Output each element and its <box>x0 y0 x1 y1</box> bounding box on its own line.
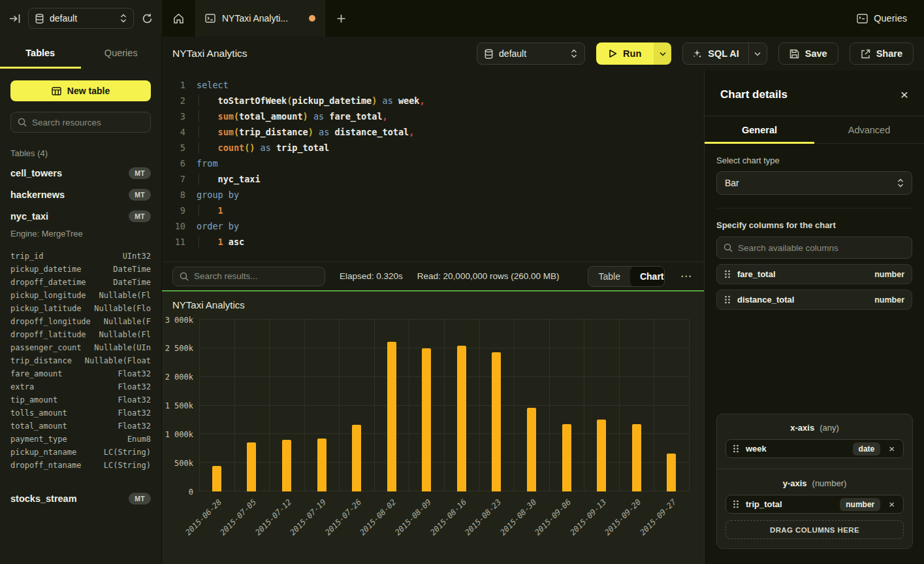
available-columns-list: fare_totalnumberdistance_totalnumber <box>716 264 912 310</box>
tab-nytaxi-analytics[interactable]: NYTaxi Analyti... <box>196 0 325 37</box>
table-view-button[interactable]: Table <box>588 267 629 286</box>
sidebar-tabs: Tables Queries <box>0 37 161 69</box>
database-selector[interactable]: default <box>28 8 134 29</box>
column-row: dropoff_ntanameLC(String) <box>10 459 151 472</box>
sql-token <box>197 142 218 153</box>
save-button[interactable]: Save <box>778 42 838 65</box>
drag-handle-icon[interactable] <box>724 270 731 278</box>
column-name: tip_amount <box>10 393 57 406</box>
divider <box>717 469 912 469</box>
code-text: sum(trip_distance) as distance_total, <box>197 124 414 140</box>
refresh-icon[interactable] <box>142 13 153 24</box>
remove-column-icon[interactable]: × <box>887 499 897 510</box>
x-axis-header: x-axis (any) <box>725 423 904 433</box>
results-toolbar: Elapsed: 0.320s Read: 20,000,000 rows (2… <box>162 261 704 290</box>
sidebar-tab-queries[interactable]: Queries <box>81 37 162 69</box>
line-number: 6 <box>167 156 185 171</box>
sql-token: trip_total <box>276 142 329 153</box>
engine-badge: MT <box>129 493 151 505</box>
new-tab-button[interactable] <box>325 0 357 37</box>
run-options-caret[interactable] <box>654 42 671 65</box>
column-row: total_amountFloat32 <box>10 420 151 433</box>
indent-guide <box>199 126 199 138</box>
columns-search[interactable] <box>716 237 912 259</box>
columns-search-input[interactable] <box>738 243 905 253</box>
line-number: 1 <box>167 77 185 93</box>
collapse-sidebar-icon[interactable] <box>9 13 20 24</box>
queries-icon <box>857 14 868 24</box>
sql-token: toStartOfWeek <box>218 95 287 106</box>
sidebar-search-input[interactable] <box>32 118 144 127</box>
top-bar: default NYTaxi Analyti... <box>0 0 924 37</box>
table-row[interactable]: nyc_taxiMT <box>0 205 161 227</box>
results-search[interactable] <box>172 267 325 286</box>
remove-column-icon[interactable]: × <box>887 443 897 454</box>
sql-token <box>255 142 260 153</box>
y-axis-label: y-axis <box>783 478 807 488</box>
sql-token: group by <box>197 190 239 200</box>
drag-columns-drop-zone[interactable]: DRAG COLUMNS HERE <box>725 520 904 539</box>
drag-handle-icon[interactable] <box>733 444 739 453</box>
x-tick-text: 2015-07-26 <box>323 497 363 537</box>
sidebar-tab-tables[interactable]: Tables <box>0 37 81 69</box>
sql-editor[interactable]: 1select2 toStartOfWeek(pickup_datetime) … <box>162 71 704 261</box>
column-row: trip_distanceNullable(Float <box>10 354 151 367</box>
code-text: 1 <box>197 203 223 218</box>
table-row[interactable]: stocks_streamMT <box>0 488 161 509</box>
indent-guide <box>199 236 199 248</box>
column-row: tip_amountFloat32 <box>10 393 151 406</box>
database-icon <box>35 14 44 24</box>
query-tab-icon <box>205 14 215 23</box>
chart-type-label: Select chart type <box>716 156 912 165</box>
chart-type-select[interactable]: Bar <box>716 171 912 195</box>
tab-advanced[interactable]: Advanced <box>814 116 924 143</box>
sql-token <box>223 237 229 247</box>
drag-handle-icon[interactable] <box>724 295 731 304</box>
table-row[interactable]: hackernewsMT <box>0 184 161 205</box>
axis-column-chip[interactable]: trip_totalnumber× <box>725 495 904 514</box>
header-database-selector[interactable]: default <box>477 42 585 65</box>
sidebar-search[interactable] <box>10 112 151 133</box>
run-button[interactable]: Run <box>596 42 671 65</box>
sql-ai-caret[interactable] <box>748 43 767 64</box>
chart-view-button[interactable]: Chart <box>630 267 665 286</box>
sql-console-window: default NYTaxi Analyti... <box>0 0 924 564</box>
available-column-row[interactable]: distance_totalnumber <box>716 290 912 310</box>
sql-token: () <box>244 142 255 153</box>
tab-general[interactable]: General <box>705 116 814 143</box>
column-type: Nullable(Float <box>85 354 151 367</box>
gridline <box>654 320 654 491</box>
axes-config-box: x-axis (any) weekdate× y-axis (number) t… <box>716 414 913 549</box>
y-tick-label: 1 500k <box>165 401 193 410</box>
home-button[interactable] <box>162 0 196 37</box>
column-name: dropoff_latitude <box>10 328 86 341</box>
sql-ai-button[interactable]: SQL AI <box>682 42 767 65</box>
chart-details-tabs: General Advanced <box>705 116 924 144</box>
play-icon <box>609 49 617 58</box>
column-type: UInt32 <box>123 250 151 263</box>
code-text: group by <box>197 187 239 203</box>
more-options-button[interactable]: ⋯ <box>679 269 693 283</box>
table-row[interactable]: cell_towersMT <box>0 162 161 184</box>
code-text: select <box>197 77 229 93</box>
line-number: 11 <box>167 234 185 250</box>
line-number: 4 <box>167 124 185 140</box>
column-row: pickup_longitudeNullable(Fl <box>10 289 151 302</box>
close-icon[interactable]: × <box>900 88 908 101</box>
code-line: 7 nyc_taxi <box>162 171 704 187</box>
engine-badge: MT <box>129 189 151 201</box>
code-text: count() as trip_total <box>197 140 329 156</box>
bar-chart-plot: 0500k1 000k1 500k2 000k2 500k3 000k2015-… <box>199 320 689 491</box>
new-table-button[interactable]: New table <box>10 80 151 101</box>
x-tick-text: 2015-06-28 <box>183 497 223 537</box>
sql-token: ) <box>308 127 313 137</box>
column-name: payment_type <box>10 433 67 446</box>
code-text: nyc_taxi <box>197 171 261 187</box>
x-tick-text: 2015-09-20 <box>603 497 643 537</box>
results-search-input[interactable] <box>194 271 318 281</box>
axis-column-chip[interactable]: weekdate× <box>725 439 904 458</box>
share-button[interactable]: Share <box>850 42 914 65</box>
drag-handle-icon[interactable] <box>733 500 739 508</box>
available-column-row[interactable]: fare_totalnumber <box>716 264 912 284</box>
queries-button[interactable]: Queries <box>840 0 924 37</box>
